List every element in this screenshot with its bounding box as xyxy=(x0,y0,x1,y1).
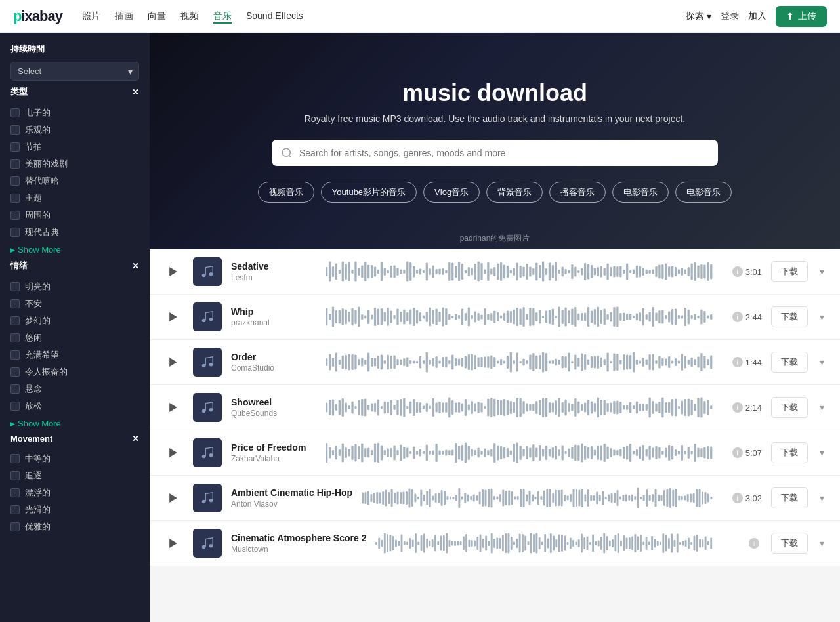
nav-link-照片[interactable]: 照片 xyxy=(82,10,100,21)
waveform[interactable] xyxy=(375,530,713,556)
movement-checkbox[interactable] xyxy=(10,454,20,463)
info-icon[interactable]: i xyxy=(732,357,743,367)
info-icon[interactable]: i xyxy=(732,493,743,503)
search-input[interactable] xyxy=(293,140,709,166)
info-icon[interactable]: i xyxy=(732,266,743,277)
duration-select[interactable]: Select xyxy=(10,62,139,81)
waveform[interactable] xyxy=(326,394,713,421)
download-button[interactable]: 下载 xyxy=(771,533,808,554)
play-button[interactable] xyxy=(163,487,184,508)
genre-checkbox[interactable] xyxy=(10,125,20,135)
genre-collapse-icon[interactable]: ✕ xyxy=(132,87,139,97)
genre-checkbox[interactable] xyxy=(10,211,20,220)
sidebar-item-mood[interactable]: 明亮的 xyxy=(10,278,139,295)
info-icon[interactable]: i xyxy=(732,402,743,413)
genre-show-more[interactable]: Show More xyxy=(10,245,139,255)
expand-icon[interactable]: ▾ xyxy=(817,490,827,506)
sidebar-item-genre[interactable]: 电子的 xyxy=(10,104,139,121)
nav-link-插画[interactable]: 插画 xyxy=(115,10,133,21)
mood-checkbox[interactable] xyxy=(10,367,20,377)
upload-button[interactable]: ⬆ 上传 xyxy=(776,6,827,27)
download-button[interactable]: 下载 xyxy=(771,352,808,373)
waveform[interactable] xyxy=(326,349,713,375)
sidebar-item-movement[interactable]: 光滑的 xyxy=(10,501,139,518)
play-button[interactable] xyxy=(163,306,184,327)
waveform[interactable] xyxy=(326,304,713,330)
genre-checkbox[interactable] xyxy=(10,194,20,203)
genre-checkbox[interactable] xyxy=(10,228,20,237)
mood-collapse-icon[interactable]: ✕ xyxy=(132,261,139,271)
mood-checkbox[interactable] xyxy=(10,282,20,291)
hero-tag[interactable]: 播客音乐 xyxy=(549,182,606,203)
movement-checkbox[interactable] xyxy=(10,471,20,480)
genre-checkbox[interactable] xyxy=(10,108,20,117)
sidebar-item-genre[interactable]: 替代嘻哈 xyxy=(10,173,139,190)
expand-icon[interactable]: ▾ xyxy=(817,264,827,280)
sidebar-item-mood[interactable]: 不安 xyxy=(10,295,139,312)
hero-tag[interactable]: 电影音乐 xyxy=(612,182,669,203)
login-button[interactable]: 登录 xyxy=(721,10,739,22)
sidebar-item-mood[interactable]: 令人振奋的 xyxy=(10,363,139,381)
hero-tag[interactable]: 视频音乐 xyxy=(258,182,314,203)
play-button[interactable] xyxy=(163,442,184,463)
mood-checkbox[interactable] xyxy=(10,316,20,325)
genre-checkbox[interactable] xyxy=(10,142,20,152)
nav-link-音乐[interactable]: 音乐 xyxy=(213,10,232,24)
mood-show-more[interactable]: Show More xyxy=(10,419,139,428)
mood-checkbox[interactable] xyxy=(10,333,20,342)
movement-collapse-icon[interactable]: ✕ xyxy=(132,434,139,444)
expand-icon[interactable]: ▾ xyxy=(817,309,827,325)
sidebar-item-genre[interactable]: 美丽的戏剧 xyxy=(10,156,139,173)
explore-button[interactable]: 探索 ▾ xyxy=(686,10,711,22)
sidebar-item-genre[interactable]: 主题 xyxy=(10,190,139,207)
sidebar-item-mood[interactable]: 悬念 xyxy=(10,381,139,398)
nav-link-向量[interactable]: 向量 xyxy=(148,10,166,21)
hero-tag[interactable]: 背景音乐 xyxy=(486,182,543,203)
sidebar-item-mood[interactable]: 充满希望 xyxy=(10,346,139,363)
sidebar-item-mood[interactable]: 悠闲 xyxy=(10,329,139,346)
sidebar-item-movement[interactable]: 漂浮的 xyxy=(10,484,139,501)
info-icon[interactable]: i xyxy=(749,538,759,549)
download-button[interactable]: 下载 xyxy=(771,442,808,463)
sidebar-item-movement[interactable]: 追逐 xyxy=(10,467,139,484)
sidebar-item-genre[interactable]: 乐观的 xyxy=(10,121,139,138)
expand-icon[interactable]: ▾ xyxy=(817,354,827,370)
genre-checkbox[interactable] xyxy=(10,176,20,186)
hero-tag[interactable]: 电影音乐 xyxy=(675,182,732,203)
mood-checkbox[interactable] xyxy=(10,384,20,394)
download-button[interactable]: 下载 xyxy=(771,487,808,508)
info-icon[interactable]: i xyxy=(732,312,743,322)
waveform[interactable] xyxy=(326,259,713,285)
download-button[interactable]: 下载 xyxy=(771,397,808,418)
play-button[interactable] xyxy=(163,533,184,554)
nav-link-Sound Effects[interactable]: Sound Effects xyxy=(246,10,303,21)
sidebar-item-genre[interactable]: 现代古典 xyxy=(10,224,139,241)
movement-checkbox[interactable] xyxy=(10,505,20,514)
waveform[interactable] xyxy=(362,485,713,511)
sidebar-item-mood[interactable]: 放松 xyxy=(10,398,139,415)
join-button[interactable]: 加入 xyxy=(748,10,766,22)
play-button[interactable] xyxy=(163,261,184,282)
play-button[interactable] xyxy=(163,352,184,373)
waveform[interactable] xyxy=(326,440,713,466)
movement-checkbox[interactable] xyxy=(10,522,20,531)
download-button[interactable]: 下载 xyxy=(771,306,808,327)
genre-checkbox[interactable] xyxy=(10,159,20,169)
logo[interactable]: pixabay xyxy=(13,8,62,25)
hero-tag[interactable]: Youtube影片的音乐 xyxy=(321,182,417,203)
info-icon[interactable]: i xyxy=(732,447,743,458)
sidebar-item-genre[interactable]: 周围的 xyxy=(10,207,139,224)
expand-icon[interactable]: ▾ xyxy=(817,445,827,461)
download-button[interactable]: 下载 xyxy=(771,261,808,282)
mood-checkbox[interactable] xyxy=(10,402,20,411)
mood-checkbox[interactable] xyxy=(10,299,20,308)
sidebar-item-mood[interactable]: 梦幻的 xyxy=(10,312,139,329)
sidebar-item-genre[interactable]: 节拍 xyxy=(10,138,139,156)
sidebar-item-movement[interactable]: 中等的 xyxy=(10,450,139,467)
sidebar-item-movement[interactable]: 优雅的 xyxy=(10,518,139,535)
movement-checkbox[interactable] xyxy=(10,488,20,497)
expand-icon[interactable]: ▾ xyxy=(817,535,827,551)
play-button[interactable] xyxy=(163,397,184,418)
expand-icon[interactable]: ▾ xyxy=(817,400,827,415)
mood-checkbox[interactable] xyxy=(10,350,20,360)
